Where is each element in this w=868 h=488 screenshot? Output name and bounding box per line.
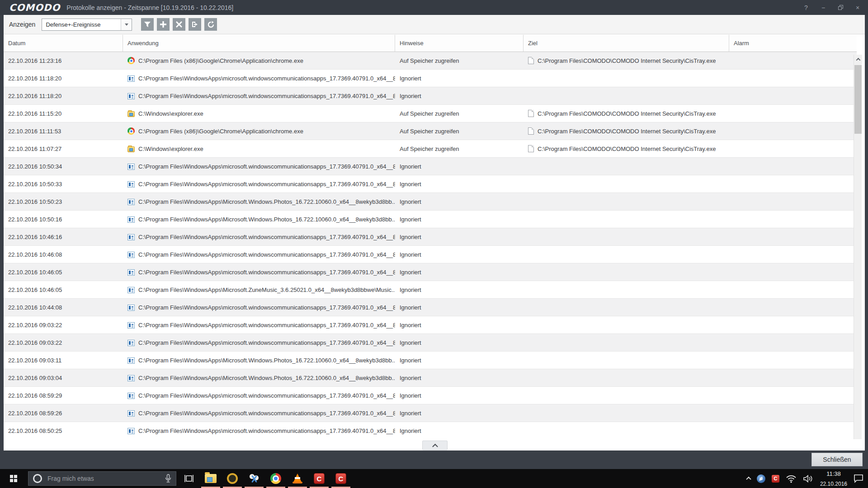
- taskbar-vlc-button[interactable]: [287, 469, 308, 488]
- scroll-up-button[interactable]: [854, 55, 862, 64]
- table-row[interactable]: 22.10.2016 09:03:22 C:\Program Files\Win…: [4, 334, 857, 352]
- dropdown-arrow-button[interactable]: [121, 19, 132, 30]
- taskbar-chat-app-button[interactable]: [222, 469, 243, 488]
- column-header-datum[interactable]: Datum: [4, 35, 123, 52]
- taskbar-chrome-button[interactable]: [265, 469, 287, 488]
- table-row[interactable]: 22.10.2016 10:50:33 C:\Program Files\Win…: [4, 175, 857, 193]
- winapp-app-icon: [127, 181, 135, 188]
- table-row[interactable]: 22.10.2016 10:46:16 C:\Program Files\Win…: [4, 228, 857, 246]
- plus-icon: [160, 21, 167, 28]
- table-row[interactable]: 22.10.2016 11:23:16 C:\Program Files (x8…: [4, 52, 857, 70]
- table-row[interactable]: 22.10.2016 11:07:27 C:\Windows\explorer.…: [4, 140, 857, 158]
- cell-hinweise: Ignoriert: [395, 175, 524, 192]
- winapp-app-icon: [127, 357, 135, 364]
- table-row[interactable]: 22.10.2016 08:59:26 C:\Program Files\Win…: [4, 404, 857, 422]
- table-row[interactable]: 22.10.2016 10:44:08 C:\Program Files\Win…: [4, 299, 857, 316]
- cell-anwendung-text: C:\Program Files\WindowsApps\microsoft.w…: [138, 304, 395, 311]
- taskbar-file-explorer-button[interactable]: [200, 469, 222, 488]
- scroll-page-up-button[interactable]: [422, 441, 448, 450]
- filter-button[interactable]: [141, 18, 154, 31]
- hidden-icons-chevron[interactable]: [747, 477, 750, 480]
- cell-anwendung-text: C:\Program Files\WindowsApps\microsoft.w…: [138, 93, 395, 99]
- winapp-app-icon: [127, 252, 135, 258]
- task-view-button[interactable]: [178, 469, 200, 488]
- close-window-button[interactable]: ×: [851, 3, 864, 13]
- cell-datum: 22.10.2016 09:03:04: [4, 369, 123, 386]
- action-center-button[interactable]: [854, 474, 863, 483]
- cell-alarm: [729, 246, 857, 263]
- winapp-app-icon: [127, 322, 135, 328]
- cell-datum: 22.10.2016 10:50:16: [4, 211, 123, 228]
- table-row[interactable]: 22.10.2016 11:18:20 C:\Program Files\Win…: [4, 70, 857, 87]
- cell-anwendung-text: C:\Program Files\WindowsApps\Microsoft.W…: [138, 357, 395, 364]
- cell-datum: 22.10.2016 10:46:05: [4, 281, 123, 298]
- table-row[interactable]: 22.10.2016 10:46:08 C:\Program Files\Win…: [4, 246, 857, 263]
- table-row[interactable]: 22.10.2016 09:03:04 C:\Program Files\Win…: [4, 369, 857, 387]
- taskbar-clock[interactable]: 11:38 22.10.2016: [820, 469, 847, 488]
- cell-datum: 22.10.2016 09:03:11: [4, 352, 123, 369]
- column-header-anwendung[interactable]: Anwendung: [123, 35, 395, 52]
- table-row[interactable]: 22.10.2016 11:18:20 C:\Program Files\Win…: [4, 87, 857, 105]
- microphone-icon[interactable]: [165, 474, 171, 483]
- add-button[interactable]: [157, 18, 170, 31]
- scrollbar-thumb[interactable]: [854, 65, 862, 134]
- table-row[interactable]: 22.10.2016 10:50:16 C:\Program Files\Win…: [4, 211, 857, 228]
- vertical-scrollbar[interactable]: [854, 55, 862, 470]
- cell-alarm: [729, 422, 857, 439]
- cell-datum: 22.10.2016 10:44:08: [4, 299, 123, 316]
- table-row[interactable]: 22.10.2016 10:46:05 C:\Program Files\Win…: [4, 263, 857, 281]
- table-row[interactable]: 22.10.2016 11:15:20 C:\Windows\explorer.…: [4, 105, 857, 122]
- cell-alarm: [729, 87, 857, 104]
- cell-ziel-text: C:\Program Files\COMODO\COMODO Internet …: [538, 145, 716, 152]
- wifi-icon: [786, 474, 797, 483]
- restore-button[interactable]: [834, 3, 847, 13]
- cell-datum: 22.10.2016 11:15:20: [4, 105, 123, 122]
- log-type-dropdown[interactable]: Defense+-Ereignisse: [42, 19, 132, 31]
- column-header-ziel[interactable]: Ziel: [524, 35, 729, 52]
- table-row[interactable]: 22.10.2016 10:50:23 C:\Program Files\Win…: [4, 193, 857, 211]
- column-header-hinweise[interactable]: Hinweise: [395, 35, 524, 52]
- cell-alarm: [729, 175, 857, 192]
- cell-hinweise: Ignoriert: [395, 228, 524, 245]
- cell-anwendung-text: C:\Windows\explorer.exe: [138, 145, 203, 152]
- cell-anwendung-text: C:\Program Files\WindowsApps\Microsoft.W…: [138, 198, 395, 205]
- tray-volume[interactable]: [803, 474, 814, 483]
- start-button[interactable]: [0, 469, 27, 488]
- refresh-icon: [207, 21, 215, 28]
- winapp-app-icon: [127, 269, 135, 276]
- table-row[interactable]: 22.10.2016 10:46:05 C:\Program Files\Win…: [4, 281, 857, 299]
- comodo-logo: COMODO: [9, 2, 60, 13]
- column-header-alarm[interactable]: Alarm: [729, 35, 857, 52]
- table-row[interactable]: 22.10.2016 11:11:53 C:\Program Files (x8…: [4, 122, 857, 140]
- winapp-app-icon: [127, 428, 135, 434]
- taskbar-comodo-button-2[interactable]: C: [330, 469, 352, 488]
- taskbar-snipping-tool-button[interactable]: [243, 469, 265, 488]
- tray-wifi[interactable]: [786, 474, 797, 483]
- export-button[interactable]: [189, 18, 201, 31]
- minimize-button[interactable]: −: [816, 3, 830, 13]
- table-row[interactable]: 22.10.2016 10:50:34 C:\Program Files\Win…: [4, 158, 857, 175]
- cell-datum: 22.10.2016 11:23:16: [4, 52, 123, 69]
- cell-alarm: [729, 122, 857, 140]
- refresh-button[interactable]: [204, 18, 217, 31]
- cortana-search-box[interactable]: Frag mich etwas: [28, 471, 176, 486]
- cell-alarm: [729, 263, 857, 281]
- remove-button[interactable]: [173, 18, 185, 31]
- tray-comodo-icon[interactable]: C: [772, 475, 779, 483]
- cell-alarm: [729, 228, 857, 245]
- cell-datum: 22.10.2016 10:46:16: [4, 228, 123, 245]
- help-button[interactable]: ?: [799, 3, 813, 13]
- table-row[interactable]: 22.10.2016 09:03:22 C:\Program Files\Win…: [4, 316, 857, 334]
- cell-datum: 22.10.2016 11:11:53: [4, 122, 123, 140]
- table-row[interactable]: 22.10.2016 08:50:25 C:\Program Files\Win…: [4, 422, 857, 440]
- close-button[interactable]: Schließen: [811, 453, 863, 466]
- table-row[interactable]: 22.10.2016 08:59:29 C:\Program Files\Win…: [4, 387, 857, 404]
- taskbar-comodo-button-1[interactable]: C: [308, 469, 330, 488]
- document-icon: [528, 57, 534, 64]
- cell-alarm: [729, 211, 857, 228]
- winapp-app-icon: [127, 410, 135, 417]
- tray-updater-app-icon[interactable]: [757, 474, 765, 483]
- table-row[interactable]: 22.10.2016 09:03:11 C:\Program Files\Win…: [4, 352, 857, 369]
- cell-anwendung-text: C:\Program Files\WindowsApps\microsoft.w…: [138, 234, 395, 240]
- cell-datum: 22.10.2016 10:50:33: [4, 175, 123, 192]
